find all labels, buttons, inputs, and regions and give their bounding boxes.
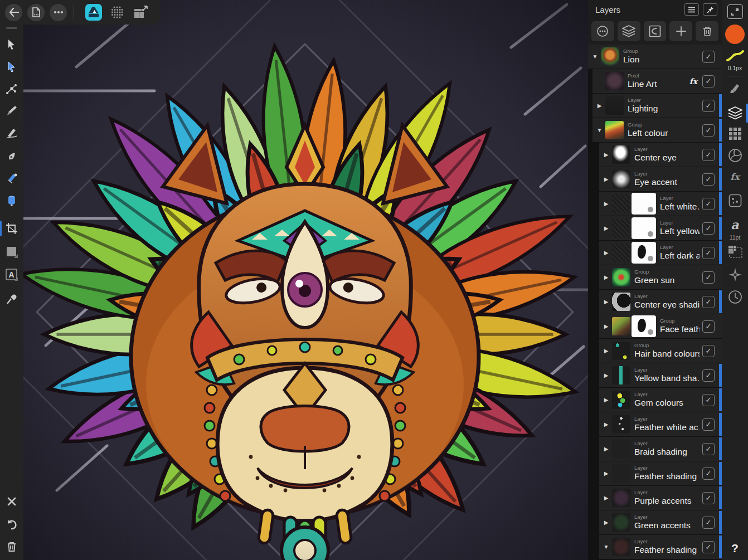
back-button[interactable]	[5, 4, 22, 21]
fill-tool[interactable]	[0, 168, 23, 189]
layer-row[interactable]: ▶ Layer Feather shading ✓	[599, 461, 722, 485]
crop-tool[interactable]	[0, 218, 23, 239]
node-tool[interactable]	[0, 56, 23, 77]
pencil-tool[interactable]	[0, 100, 23, 121]
pin-icon[interactable]	[703, 3, 717, 16]
layer-thumbnail[interactable]	[632, 217, 656, 239]
layer-thumbnail[interactable]	[605, 121, 624, 139]
visibility-checkbox[interactable]: ✓	[702, 296, 715, 308]
layer-row[interactable]: ▶ Layer Center eye ✓	[599, 143, 722, 167]
disclosure-triangle[interactable]: ▶	[601, 152, 611, 158]
layer-thumbnail[interactable]	[612, 489, 630, 507]
disclosure-triangle[interactable]: ▼	[595, 127, 604, 133]
layer-row[interactable]: ▼ Group Lion ✓	[588, 45, 722, 69]
disclosure-triangle[interactable]: ▶	[601, 495, 611, 501]
layer-thumbnail[interactable]	[612, 317, 630, 335]
delete-button[interactable]	[0, 536, 23, 557]
disclosure-triangle[interactable]: ▶	[601, 274, 611, 280]
snapping-icon[interactable]	[722, 267, 748, 282]
layer-thumbnail[interactable]	[612, 244, 630, 262]
layer-thumbnail[interactable]	[612, 440, 630, 458]
layer-thumbnail[interactable]	[632, 193, 656, 215]
vector-brush-tool[interactable]	[0, 123, 23, 144]
layer-row[interactable]: ▶ Layer Feather white ac… ✓	[599, 412, 722, 436]
layer-thumbnail[interactable]	[632, 242, 656, 264]
disclosure-triangle[interactable]: ▶	[601, 176, 611, 182]
layer-row[interactable]: ▼ Layer Feather shading ✓	[599, 535, 722, 559]
layer-thumbnail[interactable]	[612, 170, 630, 188]
expand-icon[interactable]	[722, 4, 748, 19]
fx-badge[interactable]: fx	[689, 77, 697, 86]
layer-thumbnail[interactable]	[601, 47, 619, 66]
layer-thumbnail[interactable]	[632, 315, 656, 337]
disclosure-triangle[interactable]: ▶	[601, 421, 611, 427]
visibility-checkbox[interactable]: ✓	[702, 149, 715, 161]
visibility-checkbox[interactable]: ✓	[702, 443, 715, 455]
layer-thumbnail[interactable]	[612, 342, 630, 360]
shape-tool[interactable]	[0, 241, 23, 262]
visibility-checkbox[interactable]: ✓	[702, 271, 715, 284]
delete-icon[interactable]	[696, 21, 718, 41]
layer-row[interactable]: ▶ Layer Center eye shadi… ✓	[599, 290, 722, 314]
history-icon[interactable]	[722, 290, 748, 304]
disclosure-triangle[interactable]: ▶	[601, 470, 611, 476]
layer-row[interactable]: ▶ Group Hair band colours ✓	[599, 339, 722, 363]
rail-drag-handle[interactable]	[6, 27, 17, 29]
visibility-checkbox[interactable]: ✓	[702, 320, 715, 333]
layer-thumbnail[interactable]	[605, 96, 624, 115]
layer-row[interactable]: ▶ Layer Left white… ✓	[599, 192, 722, 216]
cancel-button[interactable]	[0, 491, 23, 512]
layer-row[interactable]: ▶ Layer Lighting ✓	[592, 94, 722, 118]
canvas[interactable]	[23, 0, 588, 560]
disclosure-triangle[interactable]: ▼	[601, 544, 611, 550]
layer-thumbnail[interactable]	[612, 391, 630, 409]
layer-row[interactable]: ▶ Layer Gem colours ✓	[599, 388, 722, 412]
layer-row[interactable]: ▶ Layer Braid shading ✓	[599, 437, 722, 461]
visibility-checkbox[interactable]: ✓	[702, 173, 715, 186]
layer-thumbnail[interactable]	[605, 72, 624, 90]
visibility-checkbox[interactable]: ✓	[702, 492, 715, 504]
colour-wheel-icon[interactable]	[722, 148, 748, 163]
stroke-preview-icon[interactable]	[722, 50, 748, 62]
visibility-checkbox[interactable]: ✓	[702, 418, 715, 431]
studio-layout-button[interactable]	[131, 4, 150, 21]
pen-tool[interactable]	[0, 146, 23, 167]
pixel-persona-button[interactable]	[108, 4, 127, 21]
visibility-checkbox[interactable]: ✓	[702, 541, 715, 553]
point-transform-tool[interactable]	[0, 79, 23, 100]
disclosure-triangle[interactable]: ▼	[590, 53, 600, 60]
colour-picker-tool[interactable]	[0, 289, 23, 310]
layers-studio-icon[interactable]	[722, 103, 748, 124]
disclosure-triangle[interactable]: ▶	[601, 519, 611, 525]
layer-row[interactable]: ▶ Group Face feath… ✓	[599, 314, 722, 338]
visibility-checkbox[interactable]: ✓	[702, 394, 715, 406]
layer-row[interactable]: ▶ Layer Green accents ✓	[599, 510, 722, 534]
layer-thumbnail[interactable]	[612, 415, 630, 434]
visibility-checkbox[interactable]: ✓	[702, 198, 715, 210]
layers-stack-icon[interactable]	[618, 21, 640, 41]
undo-button[interactable]	[0, 514, 23, 535]
disclosure-triangle[interactable]: ▶	[601, 299, 611, 305]
help-icon[interactable]: ?	[722, 542, 748, 555]
layer-row[interactable]: ▶ Layer Eye accent ✓	[599, 167, 722, 191]
layer-row[interactable]: ▶ Layer Left dark a… ✓	[599, 241, 722, 265]
adjustments-icon[interactable]	[722, 194, 748, 207]
disclosure-triangle[interactable]: ▶	[601, 446, 611, 452]
move-tool[interactable]	[0, 34, 23, 55]
layer-row[interactable]: ▶ Layer Left yellow… ✓	[599, 216, 722, 240]
text-style-icon[interactable]: a	[722, 217, 748, 232]
disclosure-triangle[interactable]: ▶	[601, 225, 611, 231]
disclosure-triangle[interactable]: ▶	[601, 372, 611, 378]
add-icon[interactable]	[669, 21, 692, 41]
layer-thumbnail[interactable]	[612, 538, 630, 556]
layer-thumbnail[interactable]	[612, 366, 630, 384]
layer-thumbnail[interactable]	[612, 293, 630, 311]
visibility-checkbox[interactable]: ✓	[702, 75, 715, 87]
visibility-checkbox[interactable]: ✓	[702, 369, 715, 382]
more-button[interactable]	[50, 4, 67, 21]
layer-thumbnail[interactable]	[612, 513, 630, 532]
options-icon[interactable]	[591, 21, 614, 41]
layer-row[interactable]: ▶ Group Green sun ✓	[599, 265, 722, 289]
visibility-checkbox[interactable]: ✓	[702, 51, 715, 63]
visibility-checkbox[interactable]: ✓	[702, 100, 715, 112]
